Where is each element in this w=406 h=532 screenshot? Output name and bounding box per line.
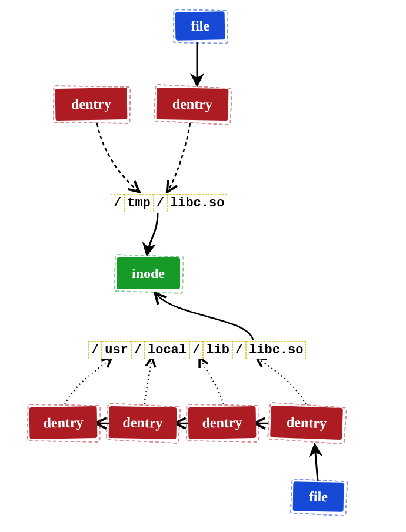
dentry-node-b4: dentry (270, 406, 343, 440)
node-label: file (191, 18, 209, 34)
inode-node: inode (117, 257, 180, 289)
path-seg: libc.so (246, 341, 306, 359)
path-seg: local (145, 341, 189, 359)
dentry-node-b3: dentry (188, 406, 257, 439)
path-seg: / (131, 341, 145, 359)
node-label: dentry (71, 96, 111, 112)
path-seg: tmp (124, 194, 154, 212)
path-label-tmp: / tmp / libc.so (111, 194, 227, 212)
path-seg: / (88, 341, 102, 359)
dentry-node-tl: dentry (55, 88, 128, 121)
path-seg: / (189, 341, 203, 359)
path-seg: usr (102, 341, 131, 359)
diagram-root: { "colors": { "blue": "#1549d6", "red": … (0, 0, 406, 532)
file-node-top: file (175, 11, 225, 40)
path-label-usr: / usr / local / lib / libc.so (88, 341, 306, 359)
dentry-node-tr: dentry (157, 88, 229, 121)
node-label: inode (132, 266, 165, 282)
path-seg: libc.so (167, 194, 227, 212)
node-label: file (309, 488, 328, 505)
node-label: dentry (287, 414, 327, 431)
path-seg: / (154, 194, 167, 212)
path-seg: / (111, 194, 124, 212)
dentry-node-b2: dentry (109, 406, 177, 439)
dentry-node-b1: dentry (29, 406, 98, 439)
node-label: dentry (172, 96, 212, 112)
arrows-layer (0, 0, 406, 532)
node-label: dentry (122, 414, 162, 431)
node-label: dentry (43, 414, 83, 431)
file-node-bottom: file (293, 481, 344, 511)
path-seg: lib (203, 341, 232, 359)
path-seg: / (232, 341, 246, 359)
node-label: dentry (202, 414, 242, 431)
